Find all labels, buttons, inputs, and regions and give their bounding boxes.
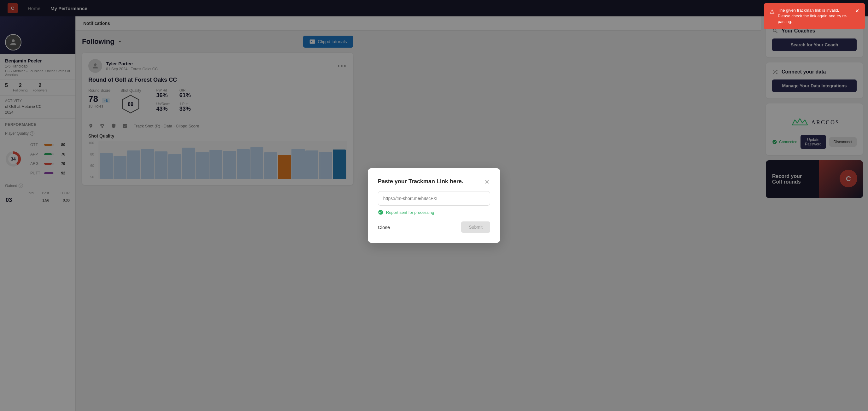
modal-close-x-button[interactable] [484, 179, 490, 185]
modal-header: Paste your Trackman Link here. [378, 178, 490, 185]
trackman-link-input[interactable] [378, 191, 490, 205]
modal-submit-button[interactable]: Submit [461, 221, 490, 233]
toast-message: The given trackman link is invalid. Plea… [778, 7, 852, 25]
trackman-modal: Paste your Trackman Link here. Report se… [368, 168, 500, 243]
modal-success-message: Report sent for processing [378, 210, 490, 215]
error-toast: ⚠ The given trackman link is invalid. Pl… [764, 3, 865, 29]
modal-overlay[interactable]: Paste your Trackman Link here. Report se… [0, 0, 868, 411]
modal-close-button[interactable]: Close [378, 225, 390, 230]
toast-close-button[interactable]: ✕ [855, 7, 859, 14]
modal-footer: Close Submit [378, 221, 490, 233]
warning-icon: ⚠ [770, 8, 775, 16]
modal-title: Paste your Trackman Link here. [378, 178, 463, 185]
